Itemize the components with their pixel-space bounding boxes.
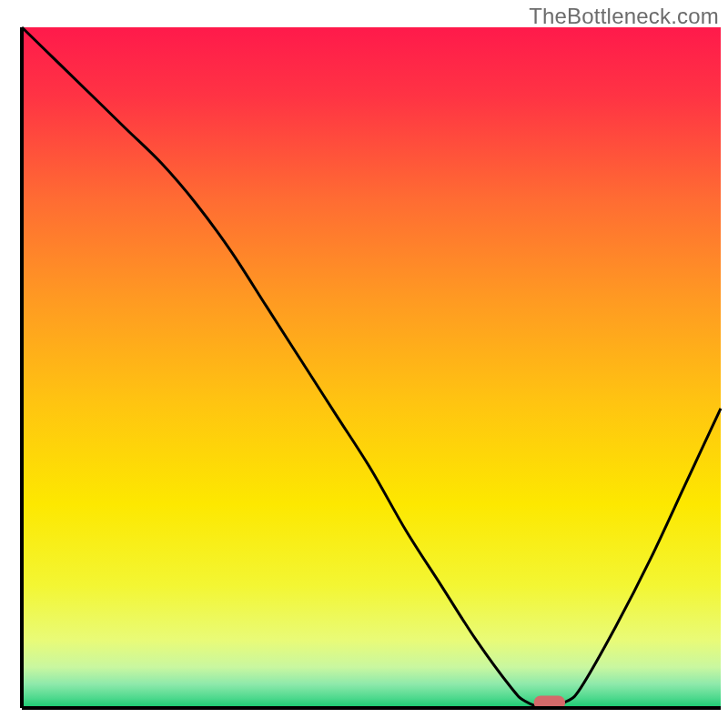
chart-container: TheBottleneck.com [0, 0, 728, 728]
watermark-text: TheBottleneck.com [529, 4, 719, 29]
bottleneck-chart [0, 0, 728, 728]
